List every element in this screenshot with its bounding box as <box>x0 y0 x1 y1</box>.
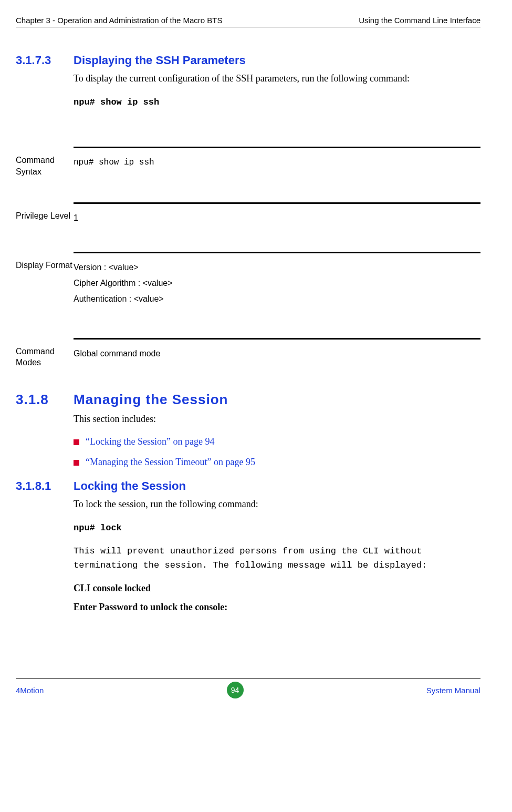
section-heading-3181: 3.1.8.1 Locking the Session <box>16 479 480 493</box>
block-value: npu# show ip ssh <box>74 155 154 170</box>
block-value: Version : <value> Cipher Algorithm : <va… <box>74 260 173 307</box>
header-left: Chapter 3 - Operation and Administration… <box>16 16 223 25</box>
block-label: Display Format <box>16 260 74 271</box>
block-value: 1 <box>74 210 78 226</box>
privilege-level-block: Privilege Level 1 <box>74 202 480 226</box>
block-label: Privilege Level <box>16 210 74 222</box>
section-number: 3.1.7.3 <box>16 54 74 67</box>
section-number: 3.1.8 <box>16 392 74 408</box>
header-right: Using the Command Line Interface <box>359 16 480 25</box>
section-title: Displaying the SSH Parameters <box>74 54 246 67</box>
display-format-line: Authentication : <value> <box>74 291 173 307</box>
note-text: This will prevent unauthorized persons f… <box>74 544 480 572</box>
block-label: Command Modes <box>16 346 74 368</box>
display-format-line: Cipher Algorithm : <value> <box>74 275 173 291</box>
section-heading-31733: 3.1.7.3 Displaying the SSH Parameters <box>16 54 480 67</box>
display-format-line: Version : <value> <box>74 260 173 275</box>
console-message: CLI console locked <box>74 581 480 596</box>
xref-link[interactable]: “Managing the Session Timeout” on page 9… <box>86 457 255 468</box>
square-bullet-icon <box>74 439 79 445</box>
display-format-block: Display Format Version : <value> Cipher … <box>74 252 480 307</box>
square-bullet-icon <box>74 460 79 466</box>
section-number: 3.1.8.1 <box>16 479 74 493</box>
list-item: “Managing the Session Timeout” on page 9… <box>74 457 480 468</box>
list-item: “Locking the Session” on page 94 <box>74 436 480 447</box>
block-value: Global command mode <box>74 346 160 362</box>
command-modes-block: Command Modes Global command mode <box>74 338 480 368</box>
section-title: Locking the Session <box>74 479 186 493</box>
command-syntax-block: Command Syntax npu# show ip ssh <box>74 147 480 177</box>
footer-right: System Manual <box>426 686 480 695</box>
paragraph: To display the current configuration of … <box>74 71 480 86</box>
footer-left: 4Motion <box>16 686 44 695</box>
page-header: Chapter 3 - Operation and Administration… <box>16 16 480 27</box>
block-label: Command Syntax <box>16 155 74 177</box>
command: npu# show ip ssh <box>74 95 480 109</box>
command: npu# lock <box>74 521 480 535</box>
section-title: Managing the Session <box>74 392 228 408</box>
xref-link[interactable]: “Locking the Session” on page 94 <box>86 436 214 447</box>
console-message: Enter Password to unlock the console: <box>74 600 480 615</box>
paragraph: This section includes: <box>74 412 480 427</box>
paragraph: To lock the session, run the following c… <box>74 497 480 512</box>
section-heading-318: 3.1.8 Managing the Session <box>16 392 480 408</box>
page-footer: 4Motion 94 System Manual <box>16 678 480 698</box>
page-number-badge: 94 <box>227 682 244 698</box>
